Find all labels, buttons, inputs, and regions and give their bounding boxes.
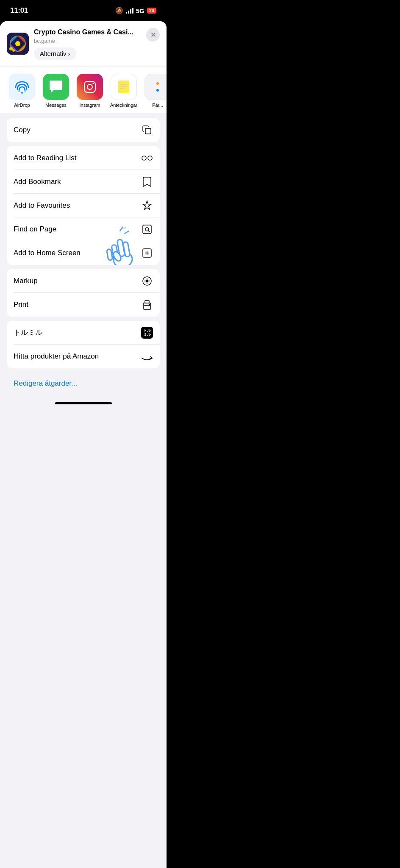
svg-rect-25: [117, 239, 125, 256]
airdrop-label: AirDrop: [14, 103, 30, 108]
amazon-icon: [141, 351, 153, 362]
edit-actions-section: Redigera åtgärder...: [7, 373, 160, 396]
svg-point-34: [146, 280, 148, 282]
airdrop-wifi-icon: [14, 78, 31, 95]
svg-point-14: [156, 89, 159, 92]
tools-card: Markup Print: [7, 269, 160, 317]
close-button[interactable]: ✕: [146, 28, 160, 42]
svg-rect-26: [123, 242, 130, 257]
svg-point-29: [112, 250, 122, 262]
torumiru-label: トルミル: [14, 328, 42, 337]
share-app-anteckningar[interactable]: Anteckningar: [108, 74, 139, 108]
casino-icon-svg: [7, 33, 29, 55]
svg-point-19: [145, 228, 149, 231]
svg-rect-36: [145, 300, 149, 303]
extra-app-icon: [150, 80, 165, 94]
extra-label: Pår...: [152, 103, 163, 108]
find-on-page-item[interactable]: Find on Page: [7, 217, 160, 241]
notes-icon: [117, 80, 131, 94]
torumiru-item[interactable]: トルミル トルミル: [7, 321, 160, 345]
svg-rect-6: [84, 81, 95, 92]
anteckningar-label: Anteckningar: [110, 103, 137, 108]
url-info: Crypto Casino Games & Casi... bc.game Al…: [34, 28, 160, 60]
share-app-instagram[interactable]: Instagram: [75, 74, 105, 108]
home-indicator: [0, 396, 167, 411]
add-bookmark-label: Add Bookmark: [14, 178, 61, 186]
status-icons: 🔕 5G 20: [115, 7, 156, 14]
url-preview-card: Crypto Casino Games & Casi... bc.game Al…: [0, 21, 167, 67]
edit-actions-link[interactable]: Redigera åtgärder...: [14, 379, 77, 387]
add-home-screen-label: Add to Home Screen: [14, 249, 81, 257]
svg-point-5: [21, 92, 23, 94]
share-app-messages[interactable]: Messages: [41, 74, 71, 108]
print-label: Print: [14, 300, 28, 309]
find-icon: [141, 223, 153, 235]
markup-item[interactable]: Markup: [7, 269, 160, 293]
add-favourites-label: Add to Favourites: [14, 201, 70, 210]
find-on-page-label: Find on Page: [14, 225, 56, 234]
svg-rect-9: [118, 81, 129, 93]
instagram-label: Instagram: [80, 103, 100, 108]
instagram-icon-circle: [77, 74, 103, 100]
amazon-label: Hitta produkter på Amazon: [14, 352, 99, 361]
svg-line-20: [148, 231, 150, 232]
signal-bar-4: [132, 8, 133, 14]
amazon-item[interactable]: Hitta produkter på Amazon: [7, 345, 160, 368]
chevron-right-icon: ›: [68, 50, 70, 57]
star-icon: [141, 200, 153, 211]
add-favourites-item[interactable]: Add to Favourites: [7, 194, 160, 217]
apps-scroll: AirDrop Messages Insta: [0, 74, 167, 108]
print-icon: [141, 299, 153, 311]
amazon-smile-icon: [141, 352, 153, 361]
signal-bar-2: [128, 11, 129, 14]
menu-section: Copy Add to Reading List: [0, 113, 167, 396]
network-type: 5G: [136, 7, 144, 14]
svg-point-3: [9, 47, 13, 50]
svg-rect-28: [107, 249, 113, 260]
airdrop-icon-circle: [9, 74, 35, 100]
signal-bars: [126, 8, 133, 14]
alternativ-label: Alternativ: [40, 50, 67, 57]
print-item[interactable]: Print: [7, 293, 160, 317]
messages-label: Messages: [45, 103, 67, 108]
copy-card: Copy: [7, 118, 160, 142]
extra-icon-circle: [144, 74, 167, 100]
alternativ-button[interactable]: Alternativ ›: [34, 47, 76, 60]
reading-list-icon: [141, 152, 153, 164]
copy-icon: [141, 124, 153, 136]
home-screen-icon: [141, 247, 153, 259]
svg-point-24: [112, 250, 133, 265]
share-sheet: Crypto Casino Games & Casi... bc.game Al…: [0, 21, 167, 868]
bell-icon: 🔕: [115, 7, 123, 14]
signal-bar-1: [126, 12, 127, 14]
add-home-screen-item[interactable]: Add to Home Screen: [7, 241, 160, 265]
svg-rect-27: [111, 245, 119, 259]
svg-point-17: [148, 156, 152, 160]
copy-item[interactable]: Copy: [7, 118, 160, 142]
torumiru-icon: トルミル: [141, 327, 153, 339]
url-title: Crypto Casino Games & Casi...: [34, 28, 160, 37]
svg-point-13: [156, 82, 159, 85]
add-reading-list-label: Add to Reading List: [14, 154, 76, 162]
svg-point-37: [149, 303, 150, 305]
svg-point-4: [12, 49, 15, 52]
svg-point-16: [142, 156, 146, 160]
svg-point-2: [15, 41, 20, 46]
notes-icon-circle: [111, 74, 137, 100]
copy-label: Copy: [14, 126, 31, 134]
add-reading-list-item[interactable]: Add to Reading List: [7, 146, 160, 170]
status-bar: 11:01 🔕 5G 20: [0, 0, 167, 21]
bookmark-icon: [141, 176, 153, 188]
svg-rect-35: [144, 306, 150, 309]
markup-label: Markup: [14, 277, 38, 285]
share-app-extra[interactable]: Pår...: [142, 74, 167, 108]
instagram-camera-icon: [83, 80, 97, 94]
status-time: 11:01: [10, 6, 28, 15]
share-app-airdrop[interactable]: AirDrop: [7, 74, 37, 108]
share-apps-row: AirDrop Messages Insta: [0, 67, 167, 113]
home-bar: [55, 402, 112, 404]
battery-badge: 20: [147, 8, 156, 14]
svg-point-8: [93, 83, 94, 84]
add-bookmark-item[interactable]: Add Bookmark: [7, 170, 160, 194]
signal-bar-3: [130, 9, 131, 14]
